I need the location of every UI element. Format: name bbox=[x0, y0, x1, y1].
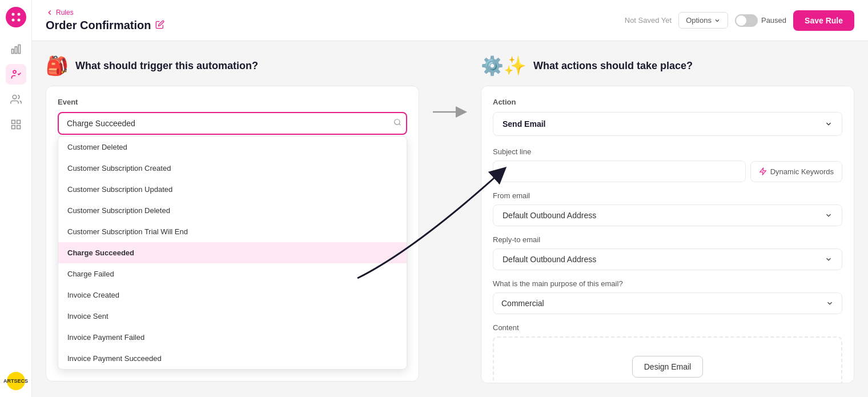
event-search-wrap bbox=[58, 112, 407, 135]
subject-line-group: Subject line Dynamic Keywords bbox=[493, 147, 842, 182]
event-card: Event Customer Deleted Customer Subscrip… bbox=[46, 86, 419, 382]
svg-point-1 bbox=[17, 13, 20, 16]
svg-rect-9 bbox=[11, 121, 15, 124]
paused-toggle[interactable] bbox=[735, 14, 758, 27]
subject-line-label: Subject line bbox=[493, 147, 842, 156]
svg-point-13 bbox=[395, 119, 400, 125]
svg-rect-10 bbox=[17, 121, 20, 124]
email-content-area: Design Email bbox=[493, 336, 842, 383]
action-icon: ⚙️✨ bbox=[481, 55, 527, 77]
subject-line-input[interactable] bbox=[493, 161, 746, 182]
content-group: Content Design Email bbox=[493, 323, 842, 383]
page-title: Order Confirmation bbox=[46, 19, 164, 32]
sidebar-item-integrations[interactable] bbox=[6, 114, 26, 135]
flow-arrow-icon bbox=[433, 101, 467, 123]
user-avatar[interactable]: ARTSECS bbox=[7, 372, 25, 390]
sidebar-item-contacts[interactable] bbox=[6, 89, 26, 110]
save-rule-button[interactable]: Save Rule bbox=[793, 10, 854, 31]
subject-line-row: Dynamic Keywords bbox=[493, 161, 842, 182]
action-card: Action Send Email Subject line Dynamic K… bbox=[481, 86, 854, 383]
svg-point-2 bbox=[11, 19, 14, 22]
paused-toggle-wrap: Paused bbox=[735, 14, 786, 27]
from-email-group: From email Default Outbound Address bbox=[493, 191, 842, 226]
reply-to-group: Reply-to email Default Outbound Address bbox=[493, 235, 842, 270]
dropdown-item-invoice-sent[interactable]: Invoice Sent bbox=[58, 306, 407, 327]
chevron-down-icon bbox=[825, 211, 833, 219]
from-email-label: From email bbox=[493, 191, 842, 200]
content-label: Content bbox=[493, 323, 842, 332]
dropdown-item-invoice-payment-succeeded[interactable]: Invoice Payment Succeeded bbox=[58, 348, 407, 369]
trigger-icon: 🎒 bbox=[46, 55, 69, 77]
dropdown-item-charge-succeeded[interactable]: Charge Succeeded bbox=[58, 242, 407, 263]
sidebar: ARTSECS bbox=[0, 0, 32, 397]
content-area: 🎒 What should trigger this automation? E… bbox=[32, 41, 868, 397]
app-logo[interactable] bbox=[6, 7, 26, 27]
reply-to-select[interactable]: Default Outbound Address bbox=[493, 248, 842, 270]
dropdown-item-subscription-created[interactable]: Customer Subscription Created bbox=[58, 158, 407, 179]
action-label: Action bbox=[493, 98, 842, 106]
search-icon bbox=[393, 118, 401, 129]
topbar: Rules Order Confirmation Not Saved Yet O… bbox=[32, 0, 868, 41]
svg-point-0 bbox=[11, 13, 14, 16]
sidebar-item-automation[interactable] bbox=[6, 64, 26, 85]
breadcrumb[interactable]: Rules bbox=[46, 9, 164, 17]
svg-rect-6 bbox=[18, 45, 20, 54]
event-label: Event bbox=[58, 98, 407, 106]
purpose-select[interactable]: Commercial bbox=[493, 292, 842, 314]
dropdown-item-charge-failed[interactable]: Charge Failed bbox=[58, 263, 407, 284]
svg-rect-11 bbox=[17, 126, 20, 129]
back-arrow-icon bbox=[46, 9, 54, 17]
lightning-icon bbox=[759, 167, 767, 175]
topbar-right: Not Saved Yet Options Paused Save Rule bbox=[625, 10, 854, 31]
svg-rect-12 bbox=[11, 126, 15, 129]
dropdown-item-invoice-payment-failed[interactable]: Invoice Payment Failed bbox=[58, 327, 407, 348]
chevron-down-icon bbox=[825, 255, 833, 263]
edit-title-icon[interactable] bbox=[155, 19, 164, 32]
sidebar-bottom: ARTSECS bbox=[7, 372, 25, 390]
trigger-panel: 🎒 What should trigger this automation? E… bbox=[46, 55, 419, 383]
dropdown-item-invoice-created[interactable]: Invoice Created bbox=[58, 284, 407, 306]
dynamic-keywords-button[interactable]: Dynamic Keywords bbox=[750, 161, 842, 182]
chevron-down-icon bbox=[826, 299, 834, 307]
purpose-group: What is the main purpose of this email? … bbox=[493, 279, 842, 314]
trigger-section-title: What should trigger this automation? bbox=[75, 60, 258, 72]
toggle-knob bbox=[736, 15, 746, 26]
event-search-input[interactable] bbox=[58, 112, 407, 135]
event-dropdown: Customer Deleted Customer Subscription C… bbox=[58, 136, 407, 370]
svg-point-3 bbox=[17, 19, 20, 22]
dropdown-item-trial-will-end[interactable]: Customer Subscription Trial Will End bbox=[58, 221, 407, 242]
trigger-section-header: 🎒 What should trigger this automation? bbox=[46, 55, 419, 77]
dropdown-item-customer-deleted[interactable]: Customer Deleted bbox=[58, 137, 407, 158]
svg-rect-5 bbox=[15, 47, 17, 54]
svg-point-8 bbox=[13, 95, 17, 99]
action-section-header: ⚙️✨ What actions should take place? bbox=[481, 55, 854, 77]
sidebar-item-analytics[interactable] bbox=[6, 39, 26, 59]
not-saved-status: Not Saved Yet bbox=[625, 16, 672, 25]
dropdown-item-subscription-updated[interactable]: Customer Subscription Updated bbox=[58, 179, 407, 200]
dropdown-item-subscription-deleted[interactable]: Customer Subscription Deleted bbox=[58, 200, 407, 221]
from-email-select[interactable]: Default Outbound Address bbox=[493, 204, 842, 226]
svg-point-7 bbox=[13, 70, 16, 73]
chevron-down-icon bbox=[714, 17, 721, 24]
design-email-button[interactable]: Design Email bbox=[632, 356, 703, 378]
purpose-label: What is the main purpose of this email? bbox=[493, 279, 842, 288]
chevron-down-icon bbox=[825, 120, 833, 128]
action-panel: ⚙️✨ What actions should take place? Acti… bbox=[481, 55, 854, 383]
send-email-select[interactable]: Send Email bbox=[493, 112, 842, 136]
options-button[interactable]: Options bbox=[678, 12, 728, 29]
svg-rect-4 bbox=[11, 49, 13, 54]
reply-to-label: Reply-to email bbox=[493, 235, 842, 244]
topbar-left: Rules Order Confirmation bbox=[46, 9, 164, 32]
center-arrow-wrap bbox=[433, 55, 467, 383]
action-section-title: What actions should take place? bbox=[533, 60, 693, 72]
main-content: Rules Order Confirmation Not Saved Yet O… bbox=[32, 0, 868, 397]
